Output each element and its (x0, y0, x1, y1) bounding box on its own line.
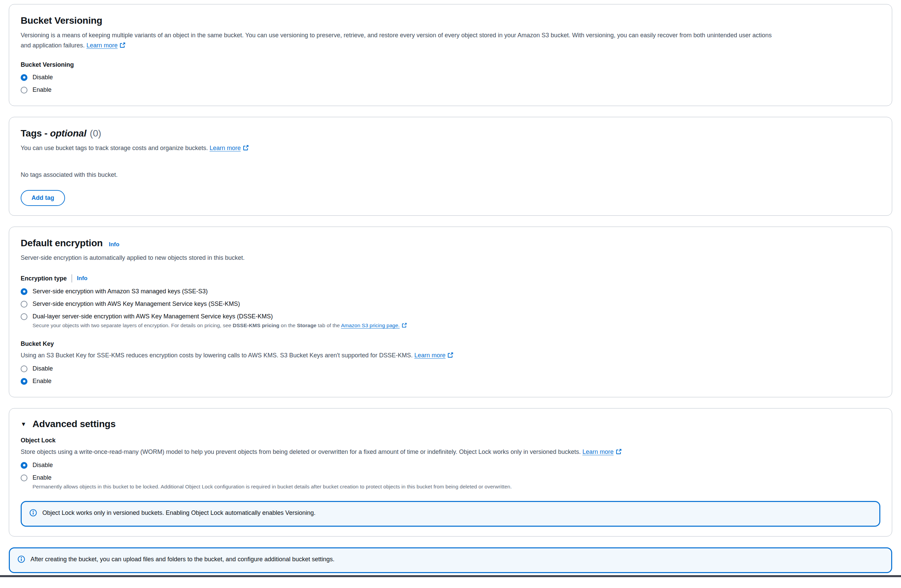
advanced-settings-title: Advanced settings (33, 419, 116, 429)
external-link-icon (402, 322, 407, 330)
radio-encryption-dsse-kms[interactable]: Dual-layer server-side encryption with A… (21, 310, 880, 321)
section-tags: Tags - optional(0) You can use bucket ta… (9, 117, 892, 216)
alert-text: Object Lock works only in versioned buck… (42, 508, 315, 518)
learn-more-link[interactable]: Learn more (86, 42, 125, 49)
radio-versioning-disable[interactable]: Disable (21, 71, 880, 84)
radio-unselected-icon (21, 365, 27, 372)
info-icon (29, 509, 37, 519)
note-bold: Storage (297, 323, 317, 328)
bucket-key-label: Bucket Key (21, 340, 880, 348)
bottom-divider-bar (0, 575, 901, 577)
description-text: Using an S3 Bucket Key for SSE-KMS reduc… (21, 352, 414, 359)
tags-count: (0) (90, 128, 101, 139)
encryption-type-label: Encryption type (21, 275, 67, 282)
info-link[interactable]: Info (109, 241, 119, 248)
radio-unselected-icon (21, 301, 27, 307)
vertical-divider (72, 275, 72, 282)
info-link[interactable]: Info (77, 275, 87, 282)
external-link-icon (616, 448, 622, 458)
external-link-icon (243, 143, 249, 154)
bucket-versioning-description: Versioning is a means of keeping multipl… (21, 30, 783, 51)
default-encryption-title: Default encryption (21, 238, 103, 249)
note-text: tab of the (316, 323, 341, 328)
radio-bucket-key-enable[interactable]: Enable (21, 375, 880, 387)
description-text: Store objects using a write-once-read-ma… (21, 448, 582, 455)
link-label: Learn more (210, 145, 241, 151)
radio-label: Enable (33, 474, 51, 481)
radio-label: Enable (33, 377, 51, 385)
radio-bucket-key-disable[interactable]: Disable (21, 362, 880, 375)
radio-selected-icon (21, 378, 27, 385)
bucket-key-description: Using an S3 Bucket Key for SSE-KMS reduc… (21, 350, 880, 361)
default-encryption-description: Server-side encryption is automatically … (21, 253, 880, 263)
radio-label: Enable (33, 86, 51, 94)
dsse-kms-note: Secure your objects with two separate la… (33, 321, 880, 330)
create-bucket-page: { "colors": { "link_blue": "#0972d3", "r… (0, 0, 901, 588)
radio-object-lock-enable[interactable]: Enable (21, 471, 880, 482)
info-icon (17, 555, 25, 566)
section-advanced-settings: ▼ Advanced settings Object Lock Store ob… (9, 408, 892, 537)
pricing-page-link[interactable]: Amazon S3 pricing page. (341, 323, 407, 328)
advanced-settings-toggle[interactable]: ▼ Advanced settings (21, 419, 880, 429)
tags-description: You can use bucket tags to track storage… (21, 143, 880, 154)
add-tag-button[interactable]: Add tag (21, 190, 65, 206)
object-lock-description: Store objects using a write-once-read-ma… (21, 447, 880, 458)
tags-title-optional: optional (50, 128, 86, 139)
external-link-icon (447, 351, 453, 361)
learn-more-link[interactable]: Learn more (414, 352, 453, 359)
link-label: Amazon S3 pricing page. (341, 323, 400, 328)
note-bold: DSSE-KMS pricing (233, 323, 279, 328)
description-text: Versioning is a means of keeping multipl… (21, 32, 772, 49)
link-label: Learn more (86, 42, 117, 49)
object-lock-enable-note: Permanently allows objects in this bucke… (33, 483, 608, 491)
alert-text: After creating the bucket, you can uploa… (31, 554, 335, 564)
info-alert-object-lock: Object Lock works only in versioned buck… (21, 501, 880, 527)
radio-selected-icon (21, 462, 27, 469)
radio-selected-icon (21, 288, 27, 295)
radio-object-lock-disable[interactable]: Disable (21, 459, 880, 471)
section-bucket-versioning: Bucket Versioning Versioning is a means … (9, 4, 892, 106)
radio-encryption-sse-kms[interactable]: Server-side encryption with AWS Key Mana… (21, 298, 880, 310)
bucket-versioning-title: Bucket Versioning (21, 15, 880, 26)
radio-label: Disable (33, 462, 53, 469)
radio-unselected-icon (21, 313, 27, 320)
link-label: Learn more (582, 448, 613, 455)
radio-encryption-sse-s3[interactable]: Server-side encryption with Amazon S3 ma… (21, 285, 880, 298)
radio-label: Server-side encryption with Amazon S3 ma… (33, 288, 207, 295)
note-text: Secure your objects with two separate la… (33, 323, 233, 328)
radio-unselected-icon (21, 87, 27, 94)
radio-selected-icon (21, 74, 27, 81)
radio-label: Dual-layer server-side encryption with A… (33, 313, 273, 320)
learn-more-link[interactable]: Learn more (582, 448, 621, 455)
radio-label: Server-side encryption with AWS Key Mana… (33, 300, 240, 307)
note-text: on the (279, 323, 297, 328)
tags-title-prefix: Tags - (21, 128, 50, 139)
radio-versioning-enable[interactable]: Enable (21, 84, 880, 96)
info-alert-after-create: After creating the bucket, you can uploa… (9, 547, 892, 573)
tags-title: Tags - optional(0) (21, 128, 880, 139)
radio-label: Disable (33, 365, 53, 372)
external-link-icon (120, 41, 125, 51)
caret-down-icon: ▼ (21, 421, 26, 427)
link-label: Learn more (414, 352, 446, 359)
bucket-versioning-field-label: Bucket Versioning (21, 61, 880, 69)
object-lock-label: Object Lock (21, 437, 880, 444)
radio-unselected-icon (21, 474, 27, 481)
learn-more-link[interactable]: Learn more (210, 145, 249, 151)
tags-empty-message: No tags associated with this bucket. (21, 172, 880, 178)
section-default-encryption: Default encryption Info Server-side encr… (9, 226, 892, 397)
description-text: You can use bucket tags to track storage… (21, 145, 210, 151)
radio-label: Disable (33, 74, 53, 81)
